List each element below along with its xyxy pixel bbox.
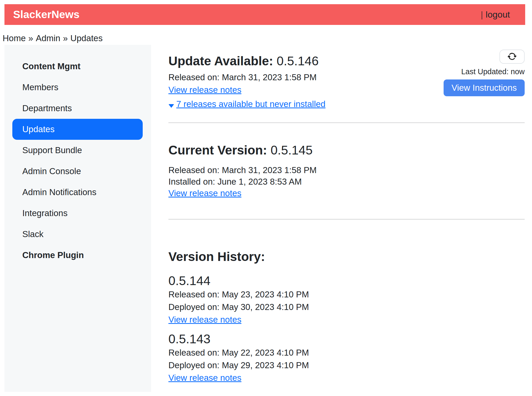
current-installed-on: Installed on: June 1, 2023 8:53 AM bbox=[168, 176, 525, 188]
updates-main: Update Available: 0.5.146 Released on: M… bbox=[151, 45, 525, 386]
update-released-on: Released on: March 31, 2023 1:58 PM bbox=[168, 71, 326, 84]
sidebar-item-departments[interactable]: Departments bbox=[12, 98, 143, 119]
caret-down-icon bbox=[168, 104, 174, 108]
current-released-on: Released on: March 31, 2023 1:58 PM bbox=[168, 164, 525, 176]
sidebar-item-admin-console[interactable]: Admin Console bbox=[12, 161, 143, 182]
breadcrumb: Home»Admin»Updates bbox=[3, 33, 525, 44]
app-header: SlackerNews | logout bbox=[4, 4, 525, 25]
current-release-notes-link[interactable]: View release notes bbox=[168, 188, 241, 198]
history-deployed-on: Deployed on: May 30, 2023 4:10 PM bbox=[168, 301, 525, 313]
logout-link[interactable]: logout bbox=[486, 9, 510, 20]
admin-sidebar: Content Mgmt Members Departments Updates… bbox=[4, 45, 151, 392]
history-release-notes-link[interactable]: View release notes bbox=[168, 373, 241, 383]
update-available-section: Update Available: 0.5.146 Released on: M… bbox=[168, 54, 525, 112]
update-available-heading: Update Available: 0.5.146 bbox=[168, 54, 326, 68]
version-history-section: Version History: 0.5.144 Released on: Ma… bbox=[168, 249, 525, 386]
view-instructions-button[interactable]: View Instructions bbox=[444, 79, 525, 96]
update-actions: Last Updated: now View Instructions bbox=[444, 50, 525, 96]
logout-separator: | bbox=[481, 9, 483, 20]
history-version-number: 0.5.144 bbox=[168, 274, 525, 288]
breadcrumb-separator: » bbox=[28, 33, 33, 43]
breadcrumb-updates[interactable]: Updates bbox=[70, 33, 103, 43]
sidebar-item-content-mgmt[interactable]: Content Mgmt bbox=[12, 56, 143, 77]
sidebar-item-integrations[interactable]: Integrations bbox=[12, 203, 143, 224]
current-version-title: Current Version: bbox=[168, 143, 267, 157]
sidebar-item-support-bundle[interactable]: Support Bundle bbox=[12, 140, 143, 161]
sidebar-item-members[interactable]: Members bbox=[12, 77, 143, 98]
version-history-title: Version History: bbox=[168, 250, 265, 264]
current-version-section: Current Version: 0.5.145 Released on: Ma… bbox=[168, 143, 525, 201]
brand-logo: SlackerNews bbox=[13, 8, 79, 21]
current-version-number: 0.5.145 bbox=[270, 143, 312, 157]
history-release-notes-link[interactable]: View release notes bbox=[168, 315, 241, 324]
sidebar-item-slack[interactable]: Slack bbox=[12, 224, 143, 245]
update-available-title: Update Available: bbox=[168, 54, 273, 68]
update-available-info: Update Available: 0.5.146 Released on: M… bbox=[168, 54, 326, 112]
update-release-notes-link[interactable]: View release notes bbox=[168, 85, 241, 95]
breadcrumb-admin[interactable]: Admin bbox=[36, 33, 60, 43]
content-layout: Content Mgmt Members Departments Updates… bbox=[4, 45, 525, 392]
refresh-icon bbox=[508, 52, 517, 62]
breadcrumb-separator: » bbox=[63, 33, 68, 43]
update-available-version: 0.5.146 bbox=[277, 54, 319, 68]
section-divider bbox=[168, 219, 525, 220]
current-version-heading: Current Version: 0.5.145 bbox=[168, 143, 525, 158]
sidebar-item-chrome-plugin[interactable]: Chrome Plugin bbox=[12, 245, 143, 266]
history-deployed-on: Deployed on: May 29, 2023 4:10 PM bbox=[168, 359, 525, 372]
section-divider bbox=[168, 122, 525, 123]
history-released-on: Released on: May 23, 2023 4:10 PM bbox=[168, 288, 525, 301]
breadcrumb-home[interactable]: Home bbox=[3, 33, 26, 43]
last-updated-text: Last Updated: now bbox=[461, 67, 525, 76]
sidebar-item-admin-notifications[interactable]: Admin Notifications bbox=[12, 182, 143, 203]
refresh-button[interactable] bbox=[499, 50, 525, 64]
version-history-entry: 0.5.143 Released on: May 22, 2023 4:10 P… bbox=[168, 332, 525, 386]
logout-area: | logout bbox=[481, 9, 510, 20]
version-history-heading: Version History: bbox=[168, 249, 525, 264]
version-history-entry: 0.5.144 Released on: May 23, 2023 4:10 P… bbox=[168, 274, 525, 328]
history-released-on: Released on: May 22, 2023 4:10 PM bbox=[168, 346, 525, 359]
sidebar-item-updates[interactable]: Updates bbox=[12, 119, 143, 140]
pending-releases-link[interactable]: 7 releases available but never installed bbox=[176, 99, 326, 109]
history-version-number: 0.5.143 bbox=[168, 332, 525, 346]
